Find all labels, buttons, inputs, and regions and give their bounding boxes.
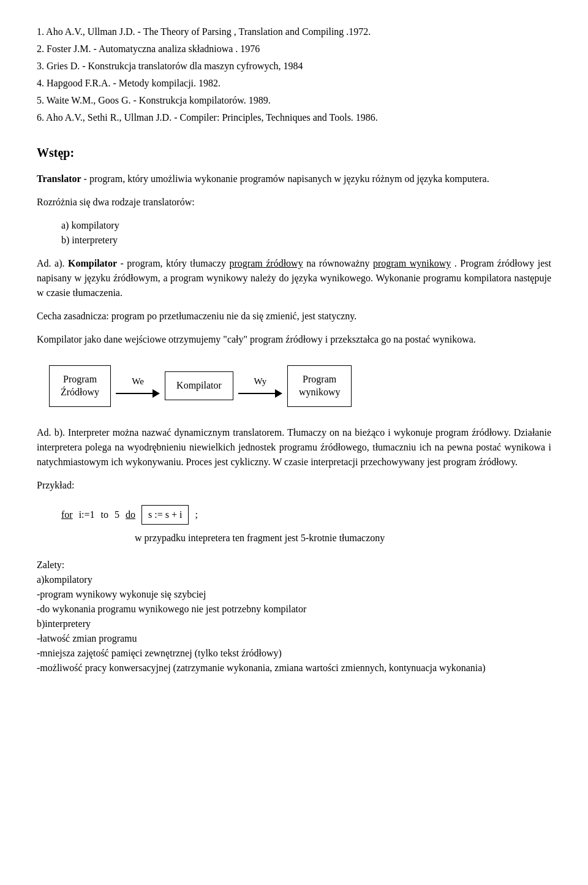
source-program-term: program źródłowy [230, 258, 303, 268]
arrow-head-output [275, 389, 282, 398]
compiler-diagram: Program Źródłowy We Kompilator Wy Progra… [49, 365, 551, 407]
diagram-box-source: Program Źródłowy [49, 365, 111, 407]
types-list: a) kompilatory b) interpretery [61, 218, 551, 248]
compiler-term: Kompilator [68, 258, 117, 268]
advantages-heading: Zalety: [37, 558, 551, 572]
example-line: for i:=1 to 5 do s := s + i ; [61, 505, 551, 525]
interpreter-definition: Ad. b). Interpreter można nazwać dynamic… [37, 425, 551, 469]
example-heading: Przykład: [37, 478, 551, 493]
arrow-body-output [238, 393, 275, 394]
adv-b-heading: b)interpretery [37, 617, 551, 631]
do-keyword: do [126, 507, 135, 522]
example-i-value: i:=1 [79, 507, 95, 522]
arrow-head-input [153, 389, 160, 398]
bib-item-5: 5. Waite W.M., Goos G. - Konstrukcja kom… [37, 93, 551, 108]
example-content: for i:=1 to 5 do s := s + i ; w przypadk… [61, 505, 551, 545]
arrow-body-input [116, 393, 153, 394]
adv-b2: -mniejsza zajętość pamięci zewnętrznej (… [37, 646, 551, 661]
diagram-box-result: Program wynikowy [287, 365, 352, 407]
bib-item-6: 6. Aho A.V., Sethi R., Ullman J.D. - Com… [37, 110, 551, 125]
to-keyword: to [101, 507, 108, 522]
compiler-definition: Ad. a). Kompilator - program, który tłum… [37, 256, 551, 300]
example-semicolon: ; [195, 507, 197, 522]
adv-a-heading: a)kompilatory [37, 572, 551, 587]
example-5-value: 5 [115, 507, 119, 522]
compiler-note1: Cecha zasadnicza: program po przetłumacz… [37, 309, 551, 324]
adv-a1: -program wynikowy wykonuje się szybciej [37, 587, 551, 602]
diagram-arrow-input: We [116, 374, 160, 398]
diagram-box-compiler: Kompilator [165, 371, 233, 400]
compiler-note2: Kompilator jako dane wejściowe otrzymuje… [37, 332, 551, 347]
example-section: Przykład: for i:=1 to 5 do s := s + i ; … [37, 478, 551, 545]
types-intro: Rozróżnia się dwa rodzaje translatorów: [37, 195, 551, 210]
adv-a2: -do wykonania programu wynikowego nie je… [37, 602, 551, 617]
code-box: s := s + i [141, 505, 189, 525]
for-keyword: for [61, 507, 73, 522]
type-b: b) interpretery [61, 233, 551, 248]
bib-item-2: 2. Foster J.M. - Automatyczna analiza sk… [37, 42, 551, 56]
intro-heading: Wstęp: [37, 143, 551, 162]
output-program-term: program wynikowy [373, 258, 451, 268]
translator-definition: TranslatorTranslator - program, który um… [37, 172, 551, 186]
translator-term: Translator [37, 173, 81, 184]
bib-item-1: 1. Aho A.V., Ullman J.D. - The Theory of… [37, 25, 551, 39]
arrow-line-input [116, 389, 160, 398]
adv-b1: -łatwość zmian programu [37, 631, 551, 646]
bibliography: 1. Aho A.V., Ullman J.D. - The Theory of… [37, 25, 551, 125]
diagram-arrow-output: Wy [238, 374, 282, 398]
bib-item-3: 3. Gries D. - Konstrukcja translatorów d… [37, 59, 551, 74]
arrow-line-output [238, 389, 282, 398]
type-a: a) kompilatory [61, 218, 551, 233]
advantages-section: Zalety: a)kompilatory -program wynikowy … [37, 558, 551, 675]
adv-b3: -możliwość pracy konwersacyjnej (zatrzym… [37, 661, 551, 675]
interpreter-note: w przypadku intepretera ten fragment jes… [135, 531, 551, 545]
bib-item-4: 4. Hapgood F.R.A. - Metody kompilacji. 1… [37, 76, 551, 91]
